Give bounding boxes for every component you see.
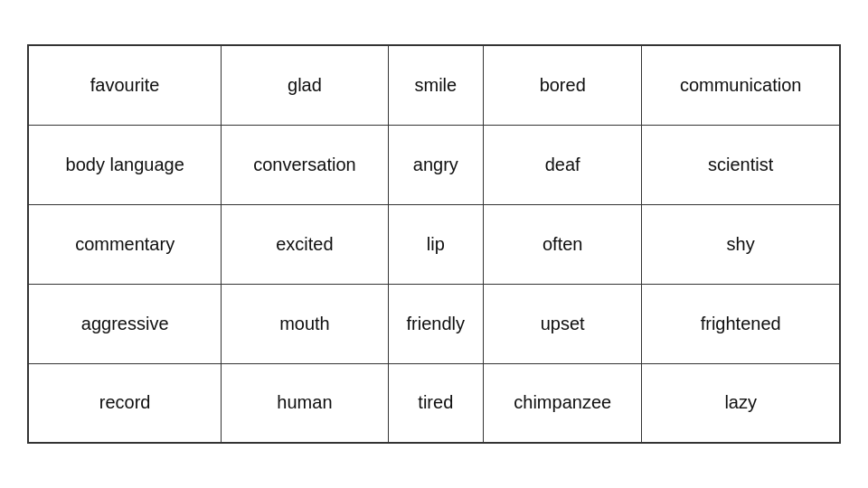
table-cell: conversation [222, 125, 388, 204]
table-cell: bored [484, 45, 642, 125]
table-cell: chimpanzee [484, 363, 642, 443]
table-cell: lip [388, 204, 483, 284]
table-row: recordhumantiredchimpanzeelazy [28, 363, 840, 443]
table-row: aggressivemouthfriendlyupsetfrightened [28, 284, 840, 363]
table-cell: scientist [642, 125, 840, 204]
table-cell: friendly [388, 284, 483, 363]
table-cell: excited [222, 204, 388, 284]
table-cell: frightened [642, 284, 840, 363]
table-row: favouritegladsmileboredcommunication [28, 45, 840, 125]
table-cell: lazy [642, 363, 840, 443]
table-cell: communication [642, 45, 840, 125]
table-cell: glad [222, 45, 388, 125]
table-row: commentaryexcitedlipoftenshy [28, 204, 840, 284]
table-cell: mouth [222, 284, 388, 363]
table-cell: commentary [28, 204, 222, 284]
table-cell: smile [388, 45, 483, 125]
table-cell: often [484, 204, 642, 284]
table-cell: shy [642, 204, 840, 284]
word-table: favouritegladsmileboredcommunicationbody… [27, 44, 841, 444]
table-cell: upset [484, 284, 642, 363]
table-cell: human [222, 363, 388, 443]
table-cell: aggressive [28, 284, 222, 363]
table-cell: deaf [484, 125, 642, 204]
table-cell: tired [388, 363, 483, 443]
table-cell: body language [28, 125, 222, 204]
table-cell: favourite [28, 45, 222, 125]
table-cell: record [28, 363, 222, 443]
table-cell: angry [388, 125, 483, 204]
table-row: body languageconversationangrydeafscient… [28, 125, 840, 204]
